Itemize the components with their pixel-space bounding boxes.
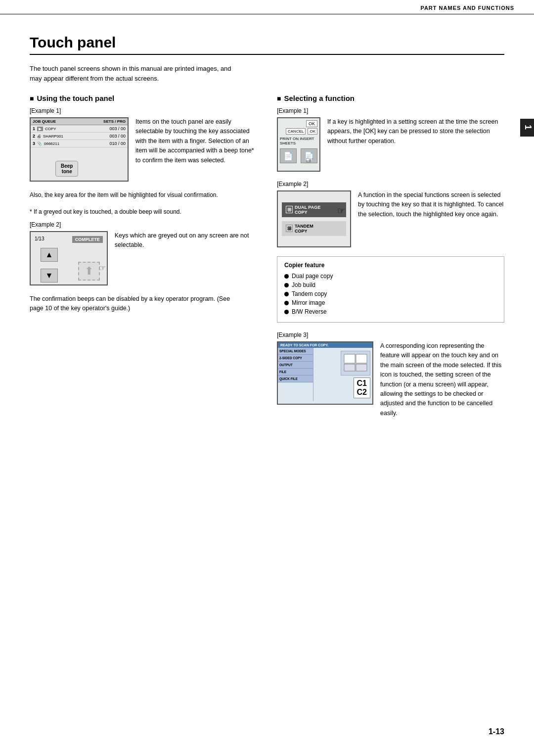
- dual-page-label: DUAL PAGE COPY: [295, 205, 320, 215]
- header-sets: SETS / PRO: [103, 119, 126, 124]
- hand-cursor4-icon: ☞: [337, 205, 345, 216]
- file-button[interactable]: FILE: [278, 369, 313, 376]
- feature-item-0: Dual page copy: [284, 273, 497, 280]
- section-selecting-function: Selecting a function: [277, 94, 504, 102]
- right-column: Selecting a function [Example 1] OK CANC…: [277, 94, 504, 427]
- feature-label-3: Mirror image: [292, 299, 325, 306]
- job2-val: 003 / 00: [109, 134, 126, 139]
- scroll-arrows-group: ▲ ▼: [41, 248, 58, 283]
- scan-area: [341, 351, 370, 376]
- feature-label-1: Job build: [292, 282, 315, 288]
- paper-btn-1[interactable]: 📄: [280, 148, 297, 163]
- job3-label: 0666211: [44, 142, 59, 146]
- page-header: PART NAMES AND FUNCTIONS: [0, 0, 534, 14]
- page-content: Touch panel The touch panel screens show…: [0, 14, 534, 457]
- scroll-screen: 1/13 COMPLETE ▲ ▼ ⬆ ☞: [30, 231, 108, 285]
- left-column: Using the touch panel [Example 1] JOB QU…: [30, 94, 257, 427]
- bullet-4: [284, 310, 289, 314]
- job1-label: COPY: [45, 127, 56, 131]
- svg-rect-1: [356, 354, 367, 363]
- quick-file-button[interactable]: QUICK FILE: [278, 376, 313, 382]
- right-example1-block: OK CANCEL OK PRINT ON INSERT SHEETS 📄 📄 …: [277, 117, 504, 172]
- feature-box: Copier feature Dual page copy Job build …: [277, 256, 504, 323]
- greyed-button: ⬆: [78, 262, 100, 281]
- bullet-3: [284, 301, 289, 305]
- feature-label-0: Dual page copy: [292, 273, 333, 280]
- beep-callout: Beep tone: [55, 161, 78, 177]
- job-row-1: 1 ▶ COPY 003 / 00: [31, 125, 128, 133]
- bullet-2: [284, 292, 289, 296]
- mode-sidebar: SPECIAL MODES 2-SIDED COPY OUTPUT FILE Q…: [278, 348, 313, 401]
- dual-page-icon: ⊞: [286, 206, 293, 213]
- feature-item-1: Job build: [284, 282, 497, 288]
- page-number: 1-13: [489, 727, 504, 736]
- footnote-star: * If a greyed out key is touched, a doub…: [30, 207, 237, 216]
- hand-cursor3-icon: ☞: [306, 155, 313, 166]
- right-example1-label: [Example 1]: [277, 107, 504, 114]
- side-tab-number: 1: [520, 119, 534, 137]
- mode-header: READY TO SCAN FOR COPY.: [278, 342, 372, 348]
- feature-item-3: Mirror image: [284, 299, 497, 306]
- svg-rect-2: [344, 364, 355, 371]
- sided-copy-button[interactable]: 2-SIDED COPY: [278, 355, 313, 362]
- right-example3-text: A corresponding icon representing the fe…: [380, 341, 504, 418]
- job-row-3: 3 📎 0666211 010 / 00: [31, 140, 128, 147]
- feature-label-4: B/W Reverse: [292, 308, 327, 315]
- right-example1-text: If a key is highlighted in a setting scr…: [327, 117, 504, 146]
- feature-item-4: B/W Reverse: [284, 308, 497, 315]
- job1-val: 003 / 00: [109, 126, 126, 131]
- left-example2-label: [Example 2]: [30, 221, 257, 228]
- dual-page-button[interactable]: ⊞ DUAL PAGE COPY: [282, 202, 346, 217]
- ok-screen: OK CANCEL OK PRINT ON INSERT SHEETS 📄 📄 …: [277, 117, 320, 172]
- ok-button-small[interactable]: OK: [308, 128, 317, 135]
- c1-c2-display[interactable]: C1 C2: [354, 378, 370, 398]
- feature-label-2: Tandem copy: [292, 290, 327, 297]
- cancel-ok-row: CANCEL OK: [280, 128, 317, 135]
- tandem-label: TANDEM COPY: [295, 224, 313, 234]
- bullet-0: [284, 274, 289, 279]
- job3-val: 010 / 00: [109, 141, 126, 146]
- also-text: Also, the key area for the item will be …: [30, 190, 237, 199]
- right-example3-block: READY TO SCAN FOR COPY. SPECIAL MODES 2-…: [277, 341, 504, 418]
- intro-text: The touch panel screens shown in this ma…: [30, 64, 237, 83]
- left-example1-label: [Example 1]: [30, 107, 257, 114]
- section-using-touch-panel: Using the touch panel: [30, 94, 257, 102]
- page-title: Touch panel: [30, 34, 504, 55]
- scroll-up-button[interactable]: ▲: [41, 248, 58, 262]
- dual-page-screen: ⊞ DUAL PAGE COPY ☞ ⊞ TANDEM COPY: [277, 190, 351, 247]
- scroll-info: 1/13: [35, 236, 44, 241]
- svg-rect-3: [356, 364, 367, 371]
- mode-main-area: C1 C2: [313, 348, 372, 401]
- right-example3-label: [Example 3]: [277, 331, 504, 338]
- bullet-1: [284, 283, 289, 287]
- two-col-layout: Using the touch panel [Example 1] JOB QU…: [30, 94, 504, 427]
- left-example1-block: JOB QUEUE SETS / PRO 1 ▶ COPY 003 / 00 2…: [30, 117, 257, 182]
- right-example2-block: ⊞ DUAL PAGE COPY ☞ ⊞ TANDEM COPY A funct…: [277, 190, 504, 247]
- ok-button[interactable]: OK: [306, 120, 317, 127]
- special-modes-button[interactable]: SPECIAL MODES: [278, 348, 313, 355]
- c1-label: C1: [357, 379, 367, 388]
- job-row-2: 2 🖨 SHARP001 003 / 00: [31, 133, 128, 140]
- job2-label: SHARP001: [43, 134, 63, 139]
- beep-label: Beep tone: [61, 163, 73, 174]
- confirmation-text: The confirmation beeps can be disabled b…: [30, 294, 237, 314]
- mode-body: SPECIAL MODES 2-SIDED COPY OUTPUT FILE Q…: [278, 348, 372, 401]
- header-title: PART NAMES AND FUNCTIONS: [420, 5, 514, 11]
- job-queue-screen: JOB QUEUE SETS / PRO 1 ▶ COPY 003 / 00 2…: [30, 117, 129, 182]
- feature-box-title: Copier feature: [284, 262, 497, 269]
- complete-button[interactable]: COMPLETE: [72, 236, 103, 243]
- job-queue-header: JOB QUEUE SETS / PRO: [31, 118, 128, 125]
- screen-top-row: OK: [280, 120, 317, 127]
- tandem-copy-button[interactable]: ⊞ TANDEM COPY: [282, 221, 346, 236]
- output-button[interactable]: OUTPUT: [278, 362, 313, 369]
- right-example2-text: A function in the special functions scre…: [358, 190, 504, 219]
- scan-preview-icon: [343, 353, 368, 373]
- cancel-button-small[interactable]: CANCEL: [286, 128, 306, 135]
- svg-rect-0: [344, 354, 355, 363]
- print-insert-label: PRINT ON INSERT SHEETS: [280, 137, 317, 145]
- scroll-down-button[interactable]: ▼: [41, 269, 58, 283]
- feature-item-2: Tandem copy: [284, 290, 497, 297]
- left-example1-text: Items on the touch panel are easily sele…: [135, 117, 257, 165]
- tandem-icon: ⊞: [286, 225, 293, 232]
- header-job-queue: JOB QUEUE: [33, 119, 56, 124]
